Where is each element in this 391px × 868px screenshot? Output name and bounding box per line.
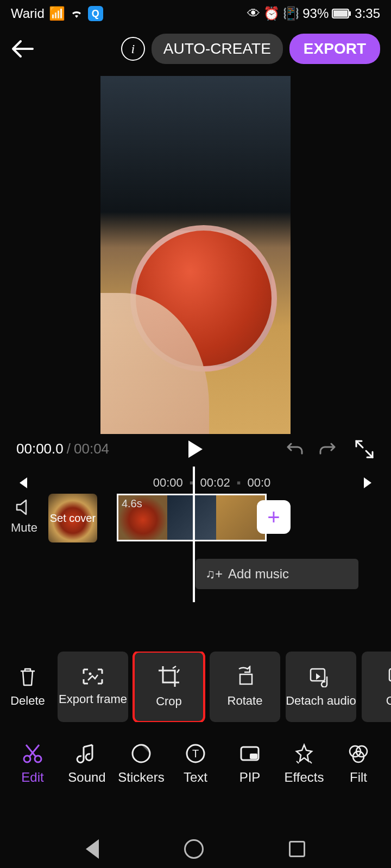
pip-icon [239, 743, 261, 764]
rotate-icon [234, 666, 256, 687]
timeline: 00:00 ▪ 00:02 ▪ 00:0 Mute Set cover 4.6s… [0, 467, 391, 553]
status-left: Warid 📶 Q [11, 6, 103, 21]
alarm-icon: ⏰ [263, 6, 280, 21]
tab-label: Edit [21, 770, 43, 785]
scissors-icon [22, 743, 43, 764]
time-current: 00:00.0 [16, 441, 64, 457]
svg-rect-2 [333, 10, 348, 17]
tool-label: Rotate [228, 694, 263, 708]
clip-tools: Delete Export frame Crop Rotate Detach a… [0, 652, 391, 722]
nav-back-button[interactable] [86, 839, 99, 859]
tool-label: Export frame [59, 692, 127, 706]
tool-crop[interactable]: Crop [134, 652, 204, 722]
video-clip[interactable]: 4.6s [117, 494, 267, 541]
set-cover-label: Set cover [50, 512, 96, 525]
tab-stickers[interactable]: Stickers [114, 743, 168, 785]
filters-icon [348, 743, 369, 764]
battery-percent: 93% [302, 6, 329, 21]
tool-export-frame[interactable]: Export frame [58, 652, 128, 722]
trash-icon [17, 666, 38, 687]
copy-icon [386, 666, 391, 687]
app-header: i AUTO-CREATE EXPORT [0, 27, 391, 71]
info-button[interactable]: i [121, 37, 145, 61]
ruler-dot: ▪ [237, 476, 241, 490]
add-music-button[interactable]: ♫+ Add music [195, 559, 358, 589]
text-icon: T [185, 743, 206, 764]
eye-icon: 👁 [247, 6, 260, 21]
preview-area [0, 71, 391, 434]
detach-audio-icon [308, 666, 333, 687]
bottom-tabs: Edit Sound Stickers T Text PIP Effects [0, 732, 391, 796]
wifi-icon [70, 8, 84, 19]
music-icon [76, 743, 98, 764]
carrier-label: Warid [11, 6, 45, 21]
clip-duration: 4.6s [122, 497, 142, 510]
go-end-button[interactable] [363, 476, 375, 489]
status-right: 👁 ⏰ 📳 93% 3:35 [247, 6, 380, 21]
battery-icon [332, 9, 351, 18]
sticker-icon [130, 743, 152, 764]
go-start-button[interactable] [16, 476, 28, 489]
search-app-icon: Q [88, 6, 103, 21]
tab-pip[interactable]: PIP [223, 743, 277, 785]
nav-recent-button[interactable] [289, 841, 305, 857]
tab-label: Filt [350, 770, 367, 785]
add-music-label: Add music [228, 566, 289, 582]
tool-copy[interactable]: Cop [362, 652, 391, 722]
add-clip-button[interactable]: + [257, 500, 291, 534]
ruler-mark-0: 00:00 [153, 476, 183, 490]
tool-detach-audio[interactable]: Detach audio [286, 652, 356, 722]
mute-button[interactable]: Mute [11, 498, 37, 535]
svg-text:T: T [192, 748, 199, 760]
video-preview[interactable] [100, 76, 291, 434]
playback-bar: 00:00.0 / 00:04 [0, 434, 391, 467]
tab-filters[interactable]: Filt [331, 743, 386, 785]
tab-effects[interactable]: Effects [277, 743, 331, 785]
tab-label: Text [184, 770, 207, 785]
play-button[interactable] [188, 441, 203, 458]
auto-create-button[interactable]: AUTO-CREATE [152, 34, 283, 64]
export-frame-icon [81, 667, 104, 686]
export-button[interactable]: EXPORT [289, 34, 380, 64]
tab-edit[interactable]: Edit [5, 743, 60, 785]
playhead[interactable] [193, 467, 195, 602]
tab-label: Effects [285, 770, 324, 785]
redo-button[interactable] [319, 443, 338, 456]
tool-rotate[interactable]: Rotate [210, 652, 280, 722]
vibrate-icon: 📳 [283, 6, 299, 21]
nav-home-button[interactable] [184, 839, 204, 859]
mute-label: Mute [11, 521, 37, 535]
tool-label: Crop [156, 694, 182, 709]
android-nav-bar [0, 830, 391, 868]
crop-icon [157, 665, 180, 688]
tab-label: PIP [239, 770, 261, 785]
svg-rect-13 [250, 754, 257, 759]
tab-label: Stickers [118, 770, 164, 785]
tab-text[interactable]: T Text [168, 743, 223, 785]
status-bar: Warid 📶 Q 👁 ⏰ 📳 93% 3:35 [0, 0, 391, 27]
tab-sound[interactable]: Sound [60, 743, 114, 785]
speaker-icon [15, 498, 33, 516]
back-button[interactable] [11, 39, 35, 59]
tool-label: Detach audio [286, 694, 356, 708]
effects-icon [293, 743, 315, 764]
svg-point-3 [89, 673, 92, 675]
svg-rect-1 [349, 11, 351, 16]
tool-label: Delete [10, 694, 45, 708]
music-note-icon: ♫+ [205, 566, 223, 582]
tool-label: Cop [386, 694, 391, 708]
timeline-ruler: 00:00 ▪ 00:02 ▪ 00:0 [0, 472, 391, 494]
time-separator: / [67, 441, 71, 457]
set-cover-button[interactable]: Set cover [48, 494, 97, 542]
ruler-mark-1: 00:02 [200, 476, 230, 490]
undo-button[interactable] [285, 443, 303, 456]
tab-label: Sound [68, 770, 105, 785]
svg-rect-4 [240, 674, 252, 684]
fullscreen-button[interactable] [354, 439, 375, 459]
clock-time: 3:35 [355, 6, 380, 21]
time-total: 00:04 [74, 441, 109, 457]
tool-delete[interactable]: Delete [3, 652, 52, 722]
signal-icon: 📶 [49, 6, 65, 21]
ruler-mark-2: 00:0 [247, 476, 270, 490]
